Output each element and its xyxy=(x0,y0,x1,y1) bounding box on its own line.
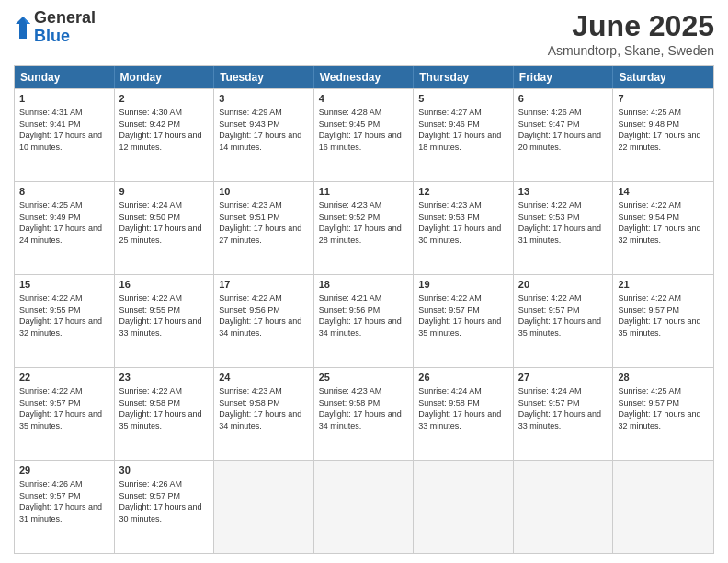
cell-5: 5 Sunrise: 4:27 AMSunset: 9:46 PMDayligh… xyxy=(414,89,514,181)
title-block: June 2025 Asmundtorp, Skane, Sweden xyxy=(548,9,714,58)
cell-4: 4 Sunrise: 4:28 AMSunset: 9:45 PMDayligh… xyxy=(314,89,415,181)
cell-empty-2 xyxy=(314,461,415,553)
cell-24: 24 Sunrise: 4:23 AMSunset: 9:58 PMDaylig… xyxy=(214,368,314,460)
logo: General Blue xyxy=(14,9,96,46)
cell-30: 30 Sunrise: 4:26 AMSunset: 9:57 PMDaylig… xyxy=(115,461,215,553)
logo-general: General xyxy=(34,8,96,27)
logo-icon xyxy=(14,15,32,40)
svg-marker-0 xyxy=(16,17,30,39)
cell-28: 28 Sunrise: 4:25 AMSunset: 9:57 PMDaylig… xyxy=(613,368,713,460)
cell-15: 15 Sunrise: 4:22 AMSunset: 9:55 PMDaylig… xyxy=(15,275,115,367)
cell-7: 7 Sunrise: 4:25 AMSunset: 9:48 PMDayligh… xyxy=(613,89,713,181)
cell-3: 3 Sunrise: 4:29 AMSunset: 9:43 PMDayligh… xyxy=(214,89,314,181)
cell-17: 17 Sunrise: 4:22 AMSunset: 9:56 PMDaylig… xyxy=(214,275,314,367)
cell-21: 21 Sunrise: 4:22 AMSunset: 9:57 PMDaylig… xyxy=(613,275,713,367)
cell-1: 1 Sunrise: 4:31 AMSunset: 9:41 PMDayligh… xyxy=(15,89,115,181)
cell-13: 13 Sunrise: 4:22 AMSunset: 9:53 PMDaylig… xyxy=(514,182,614,274)
cell-9: 9 Sunrise: 4:24 AMSunset: 9:50 PMDayligh… xyxy=(115,182,215,274)
header-sunday: Sunday xyxy=(15,66,115,88)
cell-29: 29 Sunrise: 4:26 AMSunset: 9:57 PMDaylig… xyxy=(15,461,115,553)
cell-23: 23 Sunrise: 4:22 AMSunset: 9:58 PMDaylig… xyxy=(115,368,215,460)
cell-16: 16 Sunrise: 4:22 AMSunset: 9:55 PMDaylig… xyxy=(115,275,215,367)
cell-22: 22 Sunrise: 4:22 AMSunset: 9:57 PMDaylig… xyxy=(15,368,115,460)
header: General Blue June 2025 Asmundtorp, Skane… xyxy=(14,9,714,58)
logo-blue: Blue xyxy=(34,27,70,45)
calendar: Sunday Monday Tuesday Wednesday Thursday… xyxy=(14,65,714,554)
cell-26: 26 Sunrise: 4:24 AMSunset: 9:58 PMDaylig… xyxy=(414,368,514,460)
cell-6: 6 Sunrise: 4:26 AMSunset: 9:47 PMDayligh… xyxy=(514,89,614,181)
cal-row-3: 15 Sunrise: 4:22 AMSunset: 9:55 PMDaylig… xyxy=(15,274,713,367)
cell-empty-4 xyxy=(514,461,614,553)
cell-empty-3 xyxy=(414,461,514,553)
header-thursday: Thursday xyxy=(414,66,514,88)
cell-14: 14 Sunrise: 4:22 AMSunset: 9:54 PMDaylig… xyxy=(613,182,713,274)
cell-11: 11 Sunrise: 4:23 AMSunset: 9:52 PMDaylig… xyxy=(314,182,415,274)
cell-10: 10 Sunrise: 4:23 AMSunset: 9:51 PMDaylig… xyxy=(214,182,314,274)
calendar-body: 1 Sunrise: 4:31 AMSunset: 9:41 PMDayligh… xyxy=(15,88,713,553)
cell-empty-5 xyxy=(613,461,713,553)
cell-18: 18 Sunrise: 4:21 AMSunset: 9:56 PMDaylig… xyxy=(314,275,415,367)
header-monday: Monday xyxy=(115,66,215,88)
calendar-header: Sunday Monday Tuesday Wednesday Thursday… xyxy=(15,66,713,88)
cell-12: 12 Sunrise: 4:23 AMSunset: 9:53 PMDaylig… xyxy=(414,182,514,274)
cal-row-1: 1 Sunrise: 4:31 AMSunset: 9:41 PMDayligh… xyxy=(15,88,713,181)
cell-2: 2 Sunrise: 4:30 AMSunset: 9:42 PMDayligh… xyxy=(115,89,215,181)
header-wednesday: Wednesday xyxy=(314,66,415,88)
month-title: June 2025 xyxy=(548,9,714,43)
page: General Blue June 2025 Asmundtorp, Skane… xyxy=(0,0,728,563)
cell-20: 20 Sunrise: 4:22 AMSunset: 9:57 PMDaylig… xyxy=(514,275,614,367)
cell-empty-1 xyxy=(214,461,314,553)
cal-row-5: 29 Sunrise: 4:26 AMSunset: 9:57 PMDaylig… xyxy=(15,460,713,553)
header-friday: Friday xyxy=(514,66,614,88)
header-saturday: Saturday xyxy=(613,66,713,88)
cell-25: 25 Sunrise: 4:23 AMSunset: 9:58 PMDaylig… xyxy=(314,368,415,460)
cell-27: 27 Sunrise: 4:24 AMSunset: 9:57 PMDaylig… xyxy=(514,368,614,460)
cell-8: 8 Sunrise: 4:25 AMSunset: 9:49 PMDayligh… xyxy=(15,182,115,274)
cal-row-4: 22 Sunrise: 4:22 AMSunset: 9:57 PMDaylig… xyxy=(15,367,713,460)
cal-row-2: 8 Sunrise: 4:25 AMSunset: 9:49 PMDayligh… xyxy=(15,181,713,274)
location-subtitle: Asmundtorp, Skane, Sweden xyxy=(548,43,714,58)
cell-19: 19 Sunrise: 4:22 AMSunset: 9:57 PMDaylig… xyxy=(414,275,514,367)
header-tuesday: Tuesday xyxy=(214,66,314,88)
